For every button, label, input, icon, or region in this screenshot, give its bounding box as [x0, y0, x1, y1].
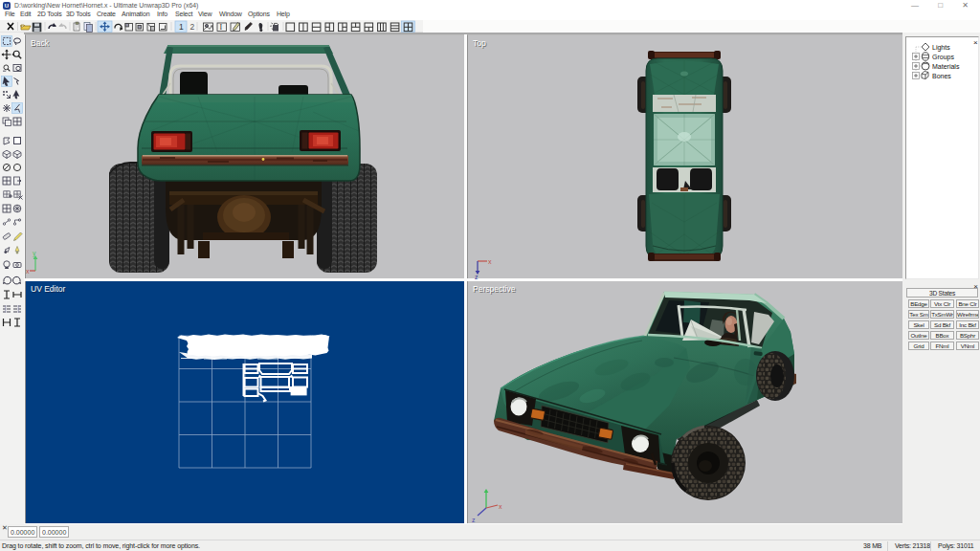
svg-text:x: x	[488, 258, 492, 265]
svg-text:1: 1	[179, 22, 184, 32]
svg-text:I: I	[220, 23, 223, 32]
svg-text:Groups: Groups	[932, 54, 954, 61]
svg-text:z: z	[475, 274, 479, 279]
svg-text:y: y	[33, 250, 36, 257]
svg-text:Lights: Lights	[932, 44, 950, 52]
svg-text:Bones: Bones	[932, 73, 951, 79]
svg-text:x: x	[499, 503, 502, 510]
svg-text:x: x	[26, 268, 30, 275]
svg-text:2: 2	[190, 22, 195, 32]
svg-text:Materials: Materials	[932, 63, 960, 70]
svg-text:×: ×	[973, 38, 978, 47]
svg-text:z: z	[472, 517, 476, 523]
